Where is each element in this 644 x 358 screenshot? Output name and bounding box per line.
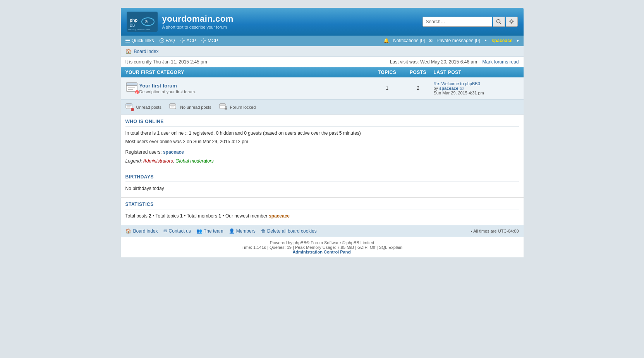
acp-link[interactable]: ACP [180,38,196,43]
footer-delete-cookies-link[interactable]: 🗑 Delete all board cookies [261,228,317,234]
forum-name-link[interactable]: Your first forum [139,83,177,89]
legend-line: Legend: Administrators, Global moderator… [125,158,519,165]
category-header: YOUR FIRST CATEGORY TOPICS POSTS LAST PO… [121,67,524,77]
search-input[interactable] [422,17,492,27]
online-count-text: In total there is 1 user online :: 1 reg… [125,130,519,137]
footer-members-link[interactable]: 👤 Members [229,228,256,234]
home-footer-icon: 🏠 [125,228,131,234]
navbar-right: 🔔 Notifications [0] ✉ Private messages [… [383,38,519,43]
svg-point-14 [182,40,184,41]
footer-board-index-link[interactable]: 🏠 Board index [125,228,158,234]
admin-panel-link[interactable]: Administration Control Panel [292,250,351,254]
svg-text:®: ® [145,20,148,24]
total-topics-label: Total topics [156,213,179,219]
forum-last-post: Re: Welcome to phpBB3 by spaceace Sun Ma… [434,81,519,95]
navbar-left: Quick links ? FAQ ACP MCP [125,38,218,43]
footer-links-left: 🏠 Board index ✉ Contact us 👥 The team 👤 … [125,228,317,234]
powered-by-line2: Time: 1.141s | Queries: 19 | Peak Memory… [124,245,520,250]
footer-links-bar: 🏠 Board index ✉ Contact us 👥 The team 👤 … [121,225,524,237]
statistics-title: STATISTICS [125,202,519,209]
site-title-block: yourdomain.com A short text to describe … [162,14,234,29]
navbar: Quick links ? FAQ ACP MCP 🔔 Notification… [121,36,524,46]
legend-label: Legend: [125,158,142,164]
quick-links-menu[interactable]: Quick links [125,38,154,43]
birthdays-text: No birthdays today [125,185,519,192]
last-post-user-link[interactable]: spaceace [439,86,459,91]
last-visit-text: Last visit was: Wed May 20, 2015 6:46 am [390,59,477,65]
info-right: Last visit was: Wed May 20, 2015 6:46 am… [390,59,519,65]
board-index-breadcrumb[interactable]: Board index [134,49,159,54]
mcp-label: MCP [208,38,218,43]
private-messages-link[interactable]: Private messages [0] [436,38,480,43]
forum-posts-count: 2 [403,86,434,91]
total-members-label: Total members [187,213,217,219]
faq-link[interactable]: ? FAQ [160,38,175,43]
team-icon: 👥 [196,228,202,234]
search-button[interactable] [493,17,505,27]
site-tagline: A short text to describe your forum [162,25,234,29]
user-dropdown-arrow[interactable]: ▾ [517,38,519,43]
total-posts-label: Total posts [125,213,148,219]
bullet-separator: • [485,38,486,43]
info-row: It is currently Thu Jun 11, 2015 2:45 pm… [121,57,524,67]
current-time: It is currently Thu Jun 11, 2015 2:45 pm [125,59,207,65]
gear-icon [509,19,514,24]
registered-users-label: Registered users: [125,149,162,155]
forum-locked-icon [219,103,228,111]
admins-link[interactable]: Administrators [143,158,173,164]
birthdays-title: BIRTHDAYS [125,174,519,182]
topics-header: TOPICS [372,70,403,75]
global-moderators-link[interactable]: Global moderators [175,158,214,164]
svg-rect-22 [460,87,463,90]
username-link[interactable]: spaceace [491,38,512,43]
acp-label: ACP [187,38,196,43]
last-post-time: Sun Mar 29, 2015 4:31 pm [434,91,484,95]
no-unread-posts-icon [169,103,178,111]
notifications-icon: 🔔 [383,38,389,43]
svg-rect-11 [125,42,130,43]
newest-member-link[interactable]: spaceace [269,213,290,219]
posts-header: POSTS [403,70,434,75]
footer-team-link[interactable]: 👥 The team [196,228,223,234]
last-post-title-link[interactable]: Re: Welcome to phpBB3 [434,81,480,86]
forum-row: ! Your first forum Description of your f… [121,77,524,99]
forum-unread-icon: ! [125,81,139,95]
statistics-section: STATISTICS Total posts 2 • Total topics … [121,197,524,225]
quick-links-label: Quick links [132,38,154,43]
envelope-icon: ✉ [429,38,433,43]
advanced-search-button[interactable] [506,17,518,27]
birthdays-section: BIRTHDAYS No birthdays today [121,170,524,197]
svg-text:creating communities: creating communities [128,28,150,31]
forum-description: Description of your first forum. [139,89,372,94]
legend-unread: ! Unread posts [125,103,161,111]
phpbb-logo-icon: php BB ® creating communities [127,12,158,32]
total-posts-value: 2 [149,213,151,219]
faq-label: FAQ [166,38,175,43]
faq-icon: ? [160,38,164,43]
unread-posts-label: Unread posts [136,105,161,110]
breadcrumb: 🏠 Board index [121,46,524,57]
footer-contact-link[interactable]: ✉ Contact us [163,228,191,234]
svg-rect-9 [125,39,130,39]
members-icon: 👤 [229,228,235,234]
forum-info: Your first forum Description of your fir… [139,83,372,94]
powered-by-section: Powered by phpBB® Forum Software © phpBB… [121,237,524,257]
svg-rect-34 [220,104,226,105]
max-online-text: Most users ever online was 2 on Sun Mar … [125,138,519,146]
svg-line-7 [500,23,501,24]
powered-by-line1: Powered by phpBB® Forum Software © phpBB… [124,240,520,245]
total-members-value: 1 [218,213,221,219]
total-topics-value: 1 [180,213,183,219]
mcp-link[interactable]: MCP [201,38,218,43]
no-unread-posts-label: No unread posts [180,105,211,110]
who-is-online-title: WHO IS ONLINE [125,119,519,127]
delete-cookies-icon: 🗑 [261,228,266,234]
legend-locked: Forum locked [219,103,256,111]
menu-icon [125,39,130,43]
site-header: php BB ® creating communities yourdomain… [127,12,234,32]
registered-user-link[interactable]: spaceace [163,149,184,155]
svg-rect-24 [126,104,132,105]
svg-text:!: ! [136,91,137,94]
mark-forums-read-link[interactable]: Mark forums read [482,59,519,65]
notifications-link[interactable]: Notifications [0] [393,38,425,43]
